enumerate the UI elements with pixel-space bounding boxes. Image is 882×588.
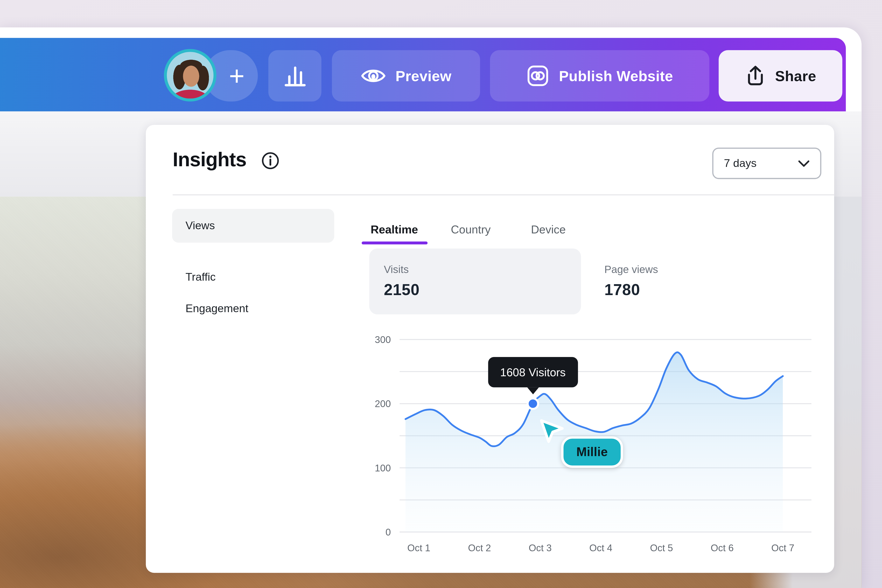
chart-tooltip: 1608 Visitors xyxy=(488,357,578,387)
avatar[interactable] xyxy=(164,49,216,102)
sidebar-item-label: Traffic xyxy=(186,271,216,284)
date-range-select[interactable]: 7 days xyxy=(712,148,821,179)
insights-panel: Insights 7 days Views Traffic Engagement… xyxy=(146,125,834,573)
visitors-chart: 0100200300Oct 1Oct 2Oct 3Oct 4Oct 5Oct 6… xyxy=(374,333,822,560)
svg-text:Oct 4: Oct 4 xyxy=(590,543,612,553)
share-label: Share xyxy=(775,68,816,84)
header-divider xyxy=(172,194,834,195)
plus-icon: + xyxy=(224,63,250,88)
collaborator-cursor-icon xyxy=(538,418,565,446)
svg-text:300: 300 xyxy=(375,334,391,345)
svg-text:200: 200 xyxy=(375,398,391,409)
svg-text:Oct 3: Oct 3 xyxy=(529,543,552,553)
svg-text:0: 0 xyxy=(386,527,391,537)
metric-value: 2150 xyxy=(384,281,581,299)
publish-website-label: Publish Website xyxy=(559,68,673,84)
share-icon xyxy=(745,65,766,87)
collaborator-name-tag: Millie xyxy=(561,436,623,468)
svg-text:Oct 7: Oct 7 xyxy=(771,543,794,553)
link-icon xyxy=(526,64,550,87)
tab-realtime[interactable]: Realtime xyxy=(370,223,418,236)
preview-label: Preview xyxy=(396,68,452,84)
eye-icon xyxy=(360,66,386,86)
svg-text:100: 100 xyxy=(375,463,391,473)
analytics-button[interactable] xyxy=(268,50,322,102)
sidebar-item-label: Views xyxy=(186,219,215,232)
sidebar-item-label: Engagement xyxy=(186,302,248,315)
bar-chart-icon xyxy=(283,64,307,88)
tab-country[interactable]: Country xyxy=(451,223,490,236)
active-tab-underline xyxy=(362,242,428,244)
preview-button[interactable]: Preview xyxy=(332,50,480,102)
metric-pageviews[interactable]: Page views 1780 xyxy=(604,249,658,314)
metric-label: Page views xyxy=(604,264,658,276)
sidebar-item-views[interactable]: Views xyxy=(172,209,334,243)
svg-text:Oct 1: Oct 1 xyxy=(407,543,430,553)
info-icon[interactable] xyxy=(261,152,280,170)
metric-label: Visits xyxy=(384,264,581,276)
svg-text:Oct 6: Oct 6 xyxy=(711,543,734,553)
svg-text:Oct 5: Oct 5 xyxy=(650,543,673,553)
share-button[interactable]: Share xyxy=(718,50,842,102)
page-title: Insights xyxy=(172,148,246,171)
metric-visits[interactable]: Visits 2150 xyxy=(369,249,581,314)
tab-device[interactable]: Device xyxy=(531,223,566,236)
editor-toolbar: + Preview xyxy=(0,38,846,111)
sidebar-item-traffic[interactable]: Traffic xyxy=(172,260,334,294)
metric-value: 1780 xyxy=(604,281,658,299)
chevron-down-icon xyxy=(798,159,810,167)
sidebar-item-engagement[interactable]: Engagement xyxy=(172,292,334,326)
date-range-value: 7 days xyxy=(724,157,756,170)
svg-text:Oct 2: Oct 2 xyxy=(468,543,491,553)
publish-website-button[interactable]: Publish Website xyxy=(490,50,710,102)
